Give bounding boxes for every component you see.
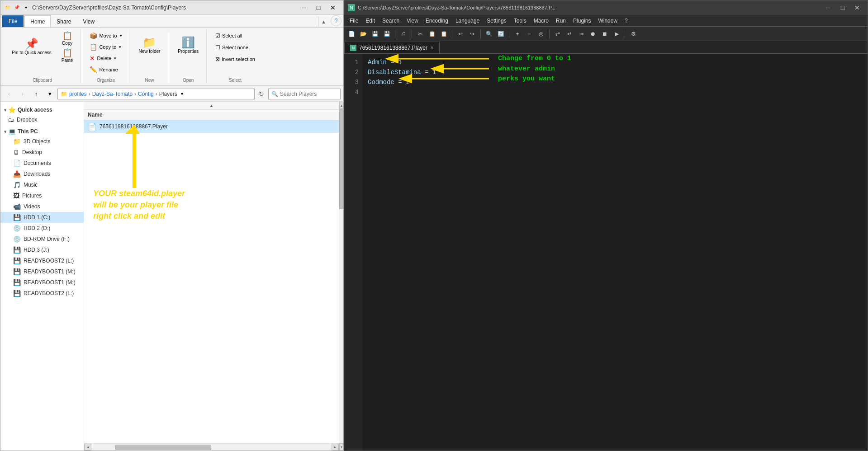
copy-button[interactable]: 📋 Copy <box>57 30 77 47</box>
code-editor[interactable]: Admin = 1 DisableStamina = 1 Godmode = 1 <box>362 54 868 451</box>
search-input[interactable] <box>280 91 337 97</box>
recent-locations-button[interactable]: ▾ <box>44 89 56 99</box>
toolbar-wrap[interactable]: ↵ <box>564 28 575 39</box>
menu-settings[interactable]: Settings <box>483 15 510 26</box>
menu-plugins[interactable]: Plugins <box>569 15 594 26</box>
sidebar-item-readyboost2l[interactable]: 💾 READYBOOST2 (L:) <box>0 255 84 266</box>
menu-encoding[interactable]: Encoding <box>422 15 452 26</box>
minimize-button[interactable]: ─ <box>297 2 311 13</box>
toolbar-sync[interactable]: ⇄ <box>552 28 563 39</box>
up-button[interactable]: ↑ <box>30 89 42 99</box>
sidebar-item-readyboost1m[interactable]: 💾 READYBOOST1 (M:) <box>0 266 84 277</box>
pin-to-quick-access-button[interactable]: 📌 Pin to Quick access <box>8 32 56 62</box>
toolbar-copy[interactable]: 📋 <box>427 28 437 39</box>
breadcrumb-dayz-sa-tomato[interactable]: Dayz-Sa-Tomato <box>92 91 133 97</box>
toolbar-macro-stop[interactable]: ⏹ <box>599 28 610 39</box>
address-bar[interactable]: 📁 profiles › Dayz-Sa-Tomato › Config › P… <box>57 89 255 99</box>
copy-to-button[interactable]: 📋 Copy to ▾ <box>86 42 125 52</box>
toolbar-print[interactable]: 🖨 <box>398 28 409 39</box>
tab-view[interactable]: View <box>77 15 100 27</box>
back-button[interactable]: ‹ <box>3 89 15 99</box>
toolbar-new[interactable]: 📄 <box>346 28 357 39</box>
sidebar-item-desktop[interactable]: 🖥 Desktop <box>0 147 84 158</box>
toolbar-undo[interactable]: ↩ <box>455 28 466 39</box>
toolbar-cut[interactable]: ✂ <box>415 28 426 39</box>
invert-selection-button[interactable]: ⊠ Invert selection <box>212 54 258 65</box>
tab-file[interactable]: File <box>2 15 24 27</box>
rename-button[interactable]: ✏️ Rename <box>86 64 125 75</box>
menu-tools[interactable]: Tools <box>510 15 530 26</box>
toolbar-indent[interactable]: ⇥ <box>576 28 587 39</box>
new-folder-button[interactable]: 📁 New folder <box>135 30 165 61</box>
menu-search[interactable]: Search <box>379 15 403 26</box>
refresh-button[interactable]: ↻ <box>256 89 266 99</box>
delete-button[interactable]: ✕ Delete ▾ <box>86 53 125 64</box>
toolbar-zoom-in[interactable]: + <box>512 28 523 39</box>
toolbar-save[interactable]: 💾 <box>370 28 380 39</box>
sidebar-item-3dobjects[interactable]: 📁 3D Objects <box>0 136 84 147</box>
toolbar-paste[interactable]: 📋 <box>438 28 449 39</box>
menu-window[interactable]: Window <box>594 15 621 26</box>
tab-home[interactable]: Home <box>24 15 51 27</box>
sidebar-item-documents[interactable]: 📄 Documents <box>0 158 84 169</box>
address-dropdown-icon[interactable]: ▾ <box>181 91 183 96</box>
close-button[interactable]: ✕ <box>326 2 340 13</box>
sidebar-item-bdrom[interactable]: 💿 BD-ROM Drive (F:) <box>0 234 84 244</box>
forward-button[interactable]: › <box>17 89 28 99</box>
line-num-4: 4 <box>355 87 359 97</box>
paste-button[interactable]: 📋 Paste <box>57 47 77 64</box>
maximize-button[interactable]: □ <box>312 2 325 13</box>
menu-file[interactable]: File <box>346 15 362 26</box>
toolbar-replace[interactable]: 🔄 <box>495 28 506 39</box>
toolbar-open[interactable]: 📂 <box>358 28 369 39</box>
collapse-ribbon-button[interactable]: ▲ <box>318 16 329 27</box>
menu-macro[interactable]: Macro <box>530 15 552 26</box>
file-item-player[interactable]: 📄 76561198161388867.Player <box>84 120 339 133</box>
sidebar-item-hdd3[interactable]: 💾 HDD 3 (J:) <box>0 244 84 255</box>
select-none-button[interactable]: ☐ Select none <box>212 42 258 53</box>
this-pc-section[interactable]: ▾ 💻 This PC <box>0 125 84 136</box>
editor-maximize-button[interactable]: □ <box>836 2 849 13</box>
tab-share[interactable]: Share <box>51 15 77 27</box>
toolbar-macro-play[interactable]: ▶ <box>611 28 622 39</box>
quick-access-section[interactable]: ▾ ⭐ Quick access <box>0 103 84 114</box>
sidebar-item-music[interactable]: 🎵 Music <box>0 179 84 190</box>
sidebar-item-hdd2[interactable]: 💿 HDD 2 (D:) <box>0 223 84 234</box>
menu-view[interactable]: View <box>403 15 422 26</box>
scroll-up-button[interactable]: ▲ <box>84 102 339 110</box>
move-to-button[interactable]: 📦 Move to ▾ <box>86 30 125 41</box>
sidebar-item-videos[interactable]: 📹 Videos <box>0 201 84 212</box>
breadcrumb-profiles[interactable]: profiles <box>69 91 87 97</box>
editor-close-button[interactable]: ✕ <box>850 2 864 13</box>
menu-language[interactable]: Language <box>452 15 483 26</box>
v-scroll-up-button[interactable]: ▴ <box>339 102 343 109</box>
h-scroll-right-button[interactable]: ▸ <box>332 444 339 451</box>
menu-help[interactable]: ? <box>621 15 631 26</box>
editor-minimize-button[interactable]: ─ <box>821 2 835 13</box>
breadcrumb-config[interactable]: Config <box>138 91 154 97</box>
h-scrollbar-thumb[interactable] <box>115 445 211 450</box>
toolbar-redo[interactable]: ↪ <box>467 28 478 39</box>
h-scroll-left-button[interactable]: ◂ <box>84 444 91 451</box>
editor-tab-player[interactable]: N 76561198161388867.Player ✕ <box>344 42 440 53</box>
toolbar-zoom-restore[interactable]: ◎ <box>536 28 546 39</box>
sidebar-item-hdd1[interactable]: 💾 HDD 1 (C:) <box>0 212 84 223</box>
tab-close-button[interactable]: ✕ <box>430 45 434 50</box>
properties-button[interactable]: ℹ️ Properties <box>174 30 203 61</box>
sidebar-item-downloads[interactable]: 📥 Downloads <box>0 169 84 179</box>
select-all-button[interactable]: ☑ Select all <box>212 30 258 41</box>
sidebar-item-readyboost2l2[interactable]: 💾 READYBOOST2 (L:) <box>0 288 84 299</box>
v-scrollbar-thumb[interactable] <box>339 109 343 209</box>
toolbar-macro-record[interactable]: ⏺ <box>588 28 598 39</box>
toolbar-settings[interactable]: ⚙ <box>628 28 639 39</box>
toolbar-find[interactable]: 🔍 <box>484 28 494 39</box>
menu-edit[interactable]: Edit <box>362 15 379 26</box>
toolbar-zoom-out[interactable]: − <box>524 28 535 39</box>
v-scroll-down-button[interactable]: ▾ <box>339 443 343 451</box>
sidebar-item-pictures[interactable]: 🖼 Pictures <box>0 190 84 201</box>
toolbar-save-all[interactable]: 💾 <box>381 28 392 39</box>
sidebar-item-dropbox[interactable]: 🗂 Dropbox <box>0 114 84 125</box>
help-button[interactable]: ? <box>331 15 342 26</box>
sidebar-item-readyboost1m2[interactable]: 💾 READYBOOST1 (M:) <box>0 277 84 288</box>
menu-run[interactable]: Run <box>552 15 569 26</box>
